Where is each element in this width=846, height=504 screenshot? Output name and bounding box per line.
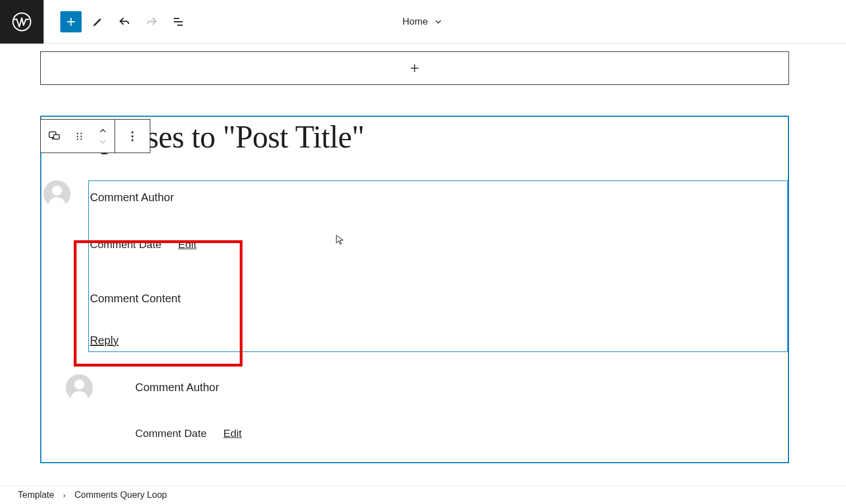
comment-item: Comment Author Comment Date Edit Comment… xyxy=(41,180,788,352)
chevron-down-icon xyxy=(98,138,108,146)
svg-point-5 xyxy=(77,135,78,137)
toolbar-left-group xyxy=(60,11,189,32)
avatar-placeholder-icon xyxy=(44,180,70,207)
drag-icon xyxy=(74,131,85,142)
undo-icon xyxy=(118,15,131,28)
svg-point-15 xyxy=(74,379,84,389)
comment-reply-link[interactable]: Reply xyxy=(89,334,787,347)
comment-author[interactable]: Comment Author xyxy=(111,381,788,394)
svg-point-11 xyxy=(131,139,134,141)
comment-template-block[interactable]: Comment Author Comment Date Edit Comment… xyxy=(88,180,788,352)
more-vertical-icon xyxy=(126,130,139,143)
avatar xyxy=(44,180,70,207)
svg-point-4 xyxy=(80,132,82,134)
svg-point-9 xyxy=(131,131,134,134)
block-appender[interactable] xyxy=(40,51,789,85)
svg-rect-2 xyxy=(54,135,59,139)
svg-point-13 xyxy=(52,186,62,196)
breadcrumb-root[interactable]: Template xyxy=(18,490,54,500)
svg-point-7 xyxy=(77,138,78,140)
plus-icon xyxy=(64,15,78,28)
page-label-text: Home xyxy=(402,16,427,27)
block-type-button[interactable] xyxy=(41,120,68,153)
redo-button[interactable] xyxy=(141,11,162,32)
undo-button[interactable] xyxy=(114,11,135,32)
move-up-button[interactable] xyxy=(98,125,108,136)
comment-meta-row: Comment Date Edit xyxy=(89,239,787,251)
breadcrumb-current[interactable]: Comments Query Loop xyxy=(74,490,167,500)
avatar-placeholder-icon xyxy=(66,374,93,401)
svg-point-3 xyxy=(77,132,78,134)
comment-edit-link[interactable]: Edit xyxy=(178,239,197,251)
editor-canvas: 3 responses to "Post Title" Comment Auth… xyxy=(0,44,846,486)
chevron-down-icon xyxy=(434,17,444,27)
drag-handle[interactable] xyxy=(68,120,91,153)
page-selector[interactable]: Home xyxy=(402,16,443,27)
comment-edit-link[interactable]: Edit xyxy=(224,427,242,440)
comment-body: Comment Author Comment Date Edit xyxy=(111,374,788,440)
comment-date[interactable]: Comment Date xyxy=(90,239,161,251)
breadcrumb-separator: › xyxy=(63,491,65,500)
top-toolbar: Home xyxy=(0,0,846,44)
breadcrumb-bar: Template › Comments Query Loop xyxy=(0,486,846,504)
comment-author[interactable]: Comment Author xyxy=(89,191,787,204)
list-icon xyxy=(172,15,185,28)
svg-point-6 xyxy=(80,135,82,137)
comment-meta-row: Comment Date Edit xyxy=(111,427,788,440)
svg-point-10 xyxy=(131,135,134,137)
pencil-icon xyxy=(91,15,104,28)
comments-query-loop-block[interactable]: 3 responses to "Post Title" Comment Auth… xyxy=(40,116,789,463)
edit-mode-button[interactable] xyxy=(87,11,108,32)
block-options-button[interactable] xyxy=(115,120,150,153)
move-controls xyxy=(91,120,115,153)
avatar xyxy=(66,374,93,401)
redo-icon xyxy=(145,15,158,28)
comment-date[interactable]: Comment Date xyxy=(135,427,207,440)
comment-content[interactable]: Comment Content xyxy=(89,292,787,305)
block-toolbar xyxy=(40,119,150,153)
svg-point-8 xyxy=(80,138,82,140)
document-overview-button[interactable] xyxy=(168,11,189,32)
plus-icon xyxy=(408,61,421,75)
comments-block-icon xyxy=(47,130,61,143)
move-down-button[interactable] xyxy=(98,136,108,148)
add-block-button[interactable] xyxy=(60,11,82,32)
comments-title[interactable]: 3 responses to "Post Title" xyxy=(41,119,788,155)
svg-point-0 xyxy=(13,13,31,31)
comment-item: Comment Author Comment Date Edit xyxy=(64,374,788,440)
chevron-up-icon xyxy=(98,127,108,135)
wordpress-logo[interactable] xyxy=(0,0,44,44)
